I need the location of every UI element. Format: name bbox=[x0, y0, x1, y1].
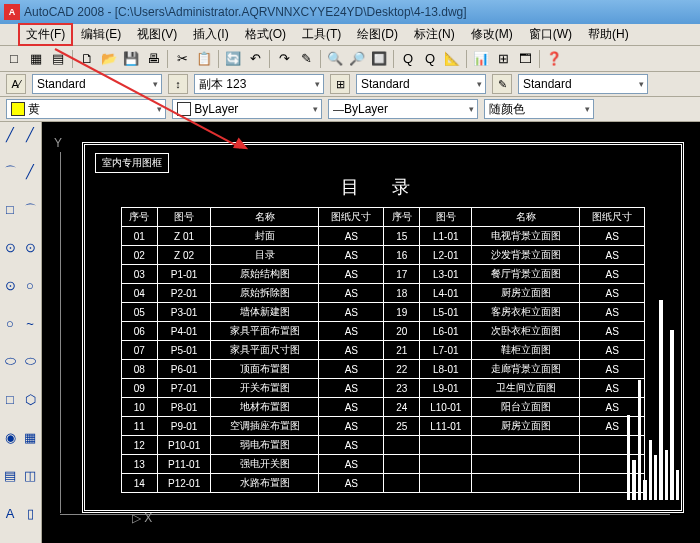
table-row: 02Z 02目录AS16L2-01沙发背景立面图AS bbox=[121, 246, 644, 265]
toolbar-button[interactable]: 📊 bbox=[471, 49, 491, 69]
draw-tool[interactable]: ⬭ bbox=[0, 351, 20, 371]
table-cell: AS bbox=[319, 360, 384, 379]
toolbar-button[interactable]: 📐 bbox=[442, 49, 462, 69]
menu-item[interactable]: 窗口(W) bbox=[521, 25, 580, 43]
table-cell: 14 bbox=[121, 474, 157, 493]
table-cell: P3-01 bbox=[157, 303, 211, 322]
plotstyle-dropdown[interactable]: 随颜色 bbox=[484, 99, 594, 119]
menu-item[interactable]: 编辑(E) bbox=[73, 25, 129, 43]
menu-item[interactable]: 标注(N) bbox=[406, 25, 463, 43]
table-header: 图纸尺寸 bbox=[319, 208, 384, 227]
draw-tool[interactable]: ▦ bbox=[20, 427, 40, 447]
toolbar-button[interactable]: ✂ bbox=[172, 49, 192, 69]
toolbar-button[interactable]: 💾 bbox=[121, 49, 141, 69]
mleaderstyle-dropdown[interactable]: Standard bbox=[518, 74, 648, 94]
frame-tag: 室内专用图框 bbox=[95, 153, 169, 173]
lineweight-dropdown[interactable]: — ByLayer bbox=[328, 99, 478, 119]
toolbar-button[interactable]: Q bbox=[398, 49, 418, 69]
draw-tool[interactable]: ╱ bbox=[0, 124, 20, 144]
table-cell bbox=[384, 455, 420, 474]
draw-tool[interactable]: ○ bbox=[20, 276, 40, 296]
toolbar-button[interactable]: ❓ bbox=[544, 49, 564, 69]
table-cell: 封面 bbox=[211, 227, 319, 246]
table-cell: P9-01 bbox=[157, 417, 211, 436]
draw-tool[interactable]: ╱ bbox=[20, 124, 40, 144]
table-header: 名称 bbox=[211, 208, 319, 227]
textstyle-dropdown[interactable]: Standard bbox=[32, 74, 162, 94]
draw-tool[interactable]: ⊙ bbox=[20, 238, 40, 258]
dimstyle-dropdown[interactable]: 副本 123 bbox=[194, 74, 324, 94]
draw-tool[interactable]: ⊙ bbox=[0, 276, 20, 296]
table-cell: AS bbox=[319, 417, 384, 436]
menu-item[interactable]: 修改(M) bbox=[463, 25, 521, 43]
draw-tool[interactable]: ⌒ bbox=[0, 162, 20, 182]
toolbar-button[interactable]: 📂 bbox=[99, 49, 119, 69]
toolbar-button[interactable]: ↶ bbox=[245, 49, 265, 69]
table-cell: 19 bbox=[384, 303, 420, 322]
toolbar-button[interactable]: 🗔 bbox=[515, 49, 535, 69]
draw-tool[interactable]: ○ bbox=[0, 314, 20, 334]
tablestyle-icon[interactable]: ⊞ bbox=[330, 74, 350, 94]
dimstyle-icon[interactable]: ↕ bbox=[168, 74, 188, 94]
table-cell: 沙发背景立面图 bbox=[472, 246, 580, 265]
toolbar-button[interactable]: ↷ bbox=[274, 49, 294, 69]
draw-toolbar: ╱╱⌒╱□⌒⊙⊙⊙○○~⬭⬭□⬡◉▦▤◫A▯ bbox=[0, 122, 42, 543]
table-row: 11P9-01空调插座布置图AS25L11-01厨房立面图AS bbox=[121, 417, 644, 436]
style-picker-icon[interactable]: A⁄ bbox=[6, 74, 26, 94]
menu-item[interactable]: 绘图(D) bbox=[349, 25, 406, 43]
table-cell: AS bbox=[319, 341, 384, 360]
toolbar-button[interactable]: 🔍 bbox=[325, 49, 345, 69]
toolbar-std: □▦▤🗋📂💾🖶✂📋🔄↶↷✎🔍🔎🔲QQ📐📊⊞🗔❓ bbox=[0, 46, 700, 72]
draw-tool[interactable]: ⬭ bbox=[20, 351, 40, 371]
table-cell: P2-01 bbox=[157, 284, 211, 303]
table-cell: AS bbox=[319, 436, 384, 455]
toolbar-button[interactable]: ⊞ bbox=[493, 49, 513, 69]
table-cell: 原始拆除图 bbox=[211, 284, 319, 303]
draw-tool[interactable]: ◉ bbox=[0, 427, 20, 447]
menu-item[interactable]: 插入(I) bbox=[185, 25, 236, 43]
draw-tool[interactable]: ⬡ bbox=[20, 389, 40, 409]
table-cell: 09 bbox=[121, 379, 157, 398]
table-cell: 17 bbox=[384, 265, 420, 284]
toolbar-button[interactable]: 📋 bbox=[194, 49, 214, 69]
table-cell: AS bbox=[319, 284, 384, 303]
layer-dropdown[interactable]: 黄 bbox=[6, 99, 166, 119]
menu-file[interactable]: 文件(F) bbox=[18, 23, 73, 46]
draw-tool[interactable]: A bbox=[0, 503, 20, 523]
table-cell: L7-01 bbox=[420, 341, 472, 360]
linetype-dropdown[interactable]: ByLayer bbox=[172, 99, 322, 119]
drawing-canvas[interactable]: Y ▷ X 室内专用图框 目 录 序号图号名称图纸尺寸序号图号名称图纸尺寸 01… bbox=[42, 122, 700, 543]
menu-item[interactable]: 帮助(H) bbox=[580, 25, 637, 43]
draw-tool[interactable]: ◫ bbox=[20, 465, 40, 485]
toolbar-button[interactable]: ▦ bbox=[26, 49, 46, 69]
toolbar-button[interactable]: 🔄 bbox=[223, 49, 243, 69]
toolbar-button[interactable]: Q bbox=[420, 49, 440, 69]
toolbar-button[interactable]: □ bbox=[4, 49, 24, 69]
draw-tool[interactable]: ╱ bbox=[20, 162, 40, 182]
toolbar-button[interactable]: ✎ bbox=[296, 49, 316, 69]
table-cell: 墙体新建图 bbox=[211, 303, 319, 322]
table-cell: 餐厅背景立面图 bbox=[472, 265, 580, 284]
toolbar-button[interactable]: 🔲 bbox=[369, 49, 389, 69]
tablestyle-dropdown[interactable]: Standard bbox=[356, 74, 486, 94]
toolbar-button[interactable]: 🔎 bbox=[347, 49, 367, 69]
mleader-icon[interactable]: ✎ bbox=[492, 74, 512, 94]
table-row: 10P8-01地材布置图AS24L10-01阳台立面图AS bbox=[121, 398, 644, 417]
draw-tool[interactable]: ⊙ bbox=[0, 238, 20, 258]
table-row: 03P1-01原始结构图AS17L3-01餐厅背景立面图AS bbox=[121, 265, 644, 284]
draw-tool[interactable]: ▯ bbox=[20, 503, 40, 523]
draw-tool[interactable]: ⌒ bbox=[20, 200, 40, 220]
menu-item[interactable]: 格式(O) bbox=[237, 25, 294, 43]
menu-item[interactable]: 工具(T) bbox=[294, 25, 349, 43]
draw-tool[interactable]: ▤ bbox=[0, 465, 20, 485]
table-cell: AS bbox=[319, 265, 384, 284]
draw-tool[interactable]: ~ bbox=[20, 314, 40, 334]
table-cell: L11-01 bbox=[420, 417, 472, 436]
table-cell: 走廊背景立面图 bbox=[472, 360, 580, 379]
table-cell: 家具平面尺寸图 bbox=[211, 341, 319, 360]
table-cell: AS bbox=[319, 322, 384, 341]
toolbar-button[interactable]: 🖶 bbox=[143, 49, 163, 69]
menu-item[interactable]: 视图(V) bbox=[129, 25, 185, 43]
draw-tool[interactable]: □ bbox=[0, 200, 20, 220]
draw-tool[interactable]: □ bbox=[0, 389, 20, 409]
